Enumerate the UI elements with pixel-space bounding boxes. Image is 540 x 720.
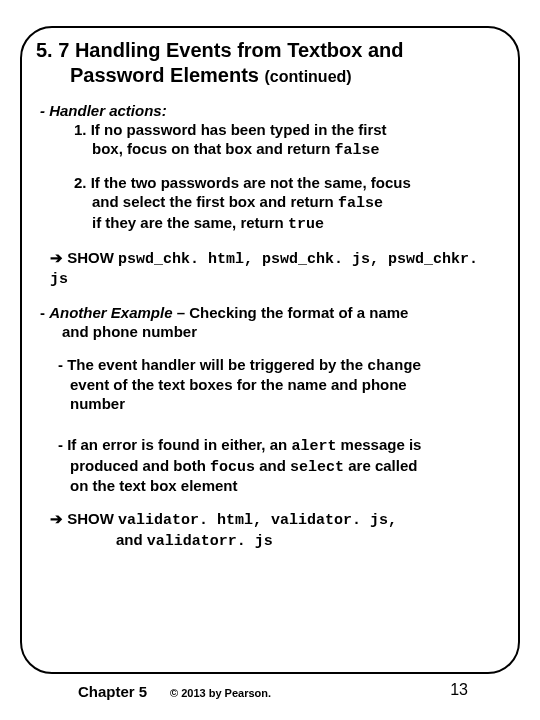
another-example-em: Another Example bbox=[49, 304, 172, 321]
show-label-1: SHOW bbox=[63, 249, 118, 266]
another-example-rest: – Checking the format of a name bbox=[173, 304, 409, 321]
alert-para-l3: on the text box element bbox=[70, 477, 238, 494]
footer-page-number: 13 bbox=[450, 681, 468, 699]
slide-body: - Handler actions: 1. If no password has… bbox=[36, 102, 504, 552]
action2-line2: and select the first box and return bbox=[92, 193, 338, 210]
code-select: select bbox=[290, 459, 344, 476]
another-example-l2: and phone number bbox=[62, 323, 197, 340]
footer-copyright: © 2013 by Pearson. bbox=[170, 687, 271, 699]
show-files-2b: validatorr. js bbox=[147, 533, 273, 550]
alert-para-l1b: message is bbox=[336, 436, 421, 453]
title-continued: (continued) bbox=[265, 68, 352, 85]
alert-para-l1a: - If an error is found in either, an bbox=[58, 436, 291, 453]
action1-line2: box, focus on that box and return bbox=[92, 140, 335, 157]
code-focus: focus bbox=[210, 459, 255, 476]
show-and: and bbox=[116, 531, 147, 548]
slide-frame: 5. 7 Handling Events from Textbox and Pa… bbox=[20, 26, 520, 674]
arrow-icon: ➔ bbox=[50, 249, 63, 266]
arrow-icon-2: ➔ bbox=[50, 510, 63, 527]
title-line1: 5. 7 Handling Events from Textbox and bbox=[36, 39, 403, 61]
another-dash: - bbox=[40, 304, 49, 321]
change-para-l2: event of the text boxes for the name and… bbox=[70, 376, 407, 393]
code-false-1: false bbox=[335, 142, 380, 159]
code-false-2: false bbox=[338, 195, 383, 212]
show-label-2: SHOW bbox=[63, 510, 118, 527]
code-true: true bbox=[288, 216, 324, 233]
handler-actions-heading: - Handler actions: bbox=[40, 102, 167, 119]
code-change: change bbox=[367, 358, 421, 375]
action2-line3: if they are the same, return bbox=[92, 214, 288, 231]
change-para-l1: - The event handler will be triggered by… bbox=[58, 356, 367, 373]
show-files-2a: validator. html, validator. js, bbox=[118, 512, 397, 529]
footer-chapter: Chapter 5 bbox=[78, 683, 147, 700]
alert-para-l2a: produced and both bbox=[70, 457, 210, 474]
slide-title: 5. 7 Handling Events from Textbox and Pa… bbox=[36, 38, 504, 88]
alert-para-l2b: and bbox=[255, 457, 290, 474]
alert-para-l2c: are called bbox=[344, 457, 417, 474]
code-alert: alert bbox=[291, 438, 336, 455]
action2-line1: 2. If the two passwords are not the same… bbox=[74, 174, 411, 191]
title-line2: Password Elements bbox=[70, 64, 259, 86]
action1-line1: 1. If no password has been typed in the … bbox=[74, 121, 387, 138]
change-para-l3: number bbox=[70, 395, 125, 412]
